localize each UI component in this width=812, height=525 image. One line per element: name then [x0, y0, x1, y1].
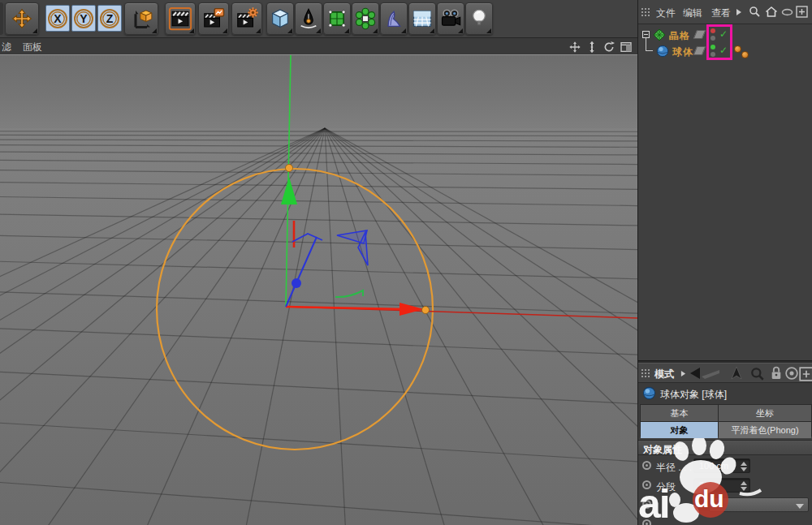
phong-tag-icon[interactable]: [734, 45, 741, 53]
attribute-object-title-row: 球体对象 [球体]: [638, 383, 812, 404]
render-clapperboard-icon: [168, 6, 192, 31]
radius-handle-top[interactable]: [286, 165, 293, 172]
type-dropdown[interactable]: [709, 497, 809, 512]
render-picture-viewer-button[interactable]: [198, 2, 229, 35]
render-to-picture-viewer-icon: [201, 6, 226, 31]
subdivision-surface-button[interactable]: [323, 2, 351, 35]
cloner-array-button[interactable]: [352, 2, 379, 35]
add-cube-button[interactable]: [266, 2, 294, 35]
move-icon: [11, 8, 32, 29]
pan-icon[interactable]: [568, 41, 581, 54]
dropdown-arrow-icon: [796, 504, 804, 509]
property-row-partial: [638, 516, 812, 525]
render-view-button[interactable]: [165, 2, 196, 35]
floor-environment-button[interactable]: [408, 2, 436, 35]
coordinate-axes-icon: [130, 7, 153, 30]
viewport-nav-controls: [568, 41, 633, 54]
om-menu-edit[interactable]: 编辑: [683, 6, 702, 20]
lock-icon[interactable]: [769, 366, 784, 381]
search-icon[interactable]: [750, 367, 765, 381]
rotate-icon[interactable]: [603, 41, 615, 54]
panel-grip-icon[interactable]: [641, 7, 650, 17]
zoom-icon[interactable]: [585, 41, 598, 54]
add-panel-icon[interactable]: [796, 6, 808, 18]
object-manager-tree: 晶格 ✓ 球体 ✓: [638, 24, 812, 360]
add-panel-icon[interactable]: [799, 367, 812, 381]
axis-y-label: Y: [72, 6, 95, 31]
viewport-menubar: 滤 面板: [0, 38, 637, 55]
stepper-control[interactable]: [741, 461, 747, 472]
property-label: 半径 . . .: [656, 461, 692, 475]
stepper-control[interactable]: [741, 480, 747, 492]
pen-spline-button[interactable]: [295, 2, 322, 35]
cloner-flower-icon: [354, 7, 377, 30]
viewport-menu-filter[interactable]: 滤: [2, 41, 11, 54]
camera-button[interactable]: [437, 2, 464, 35]
key-radio-icon[interactable]: [642, 519, 651, 525]
tab-object[interactable]: 对象: [641, 422, 718, 438]
menu-more-arrow-icon[interactable]: [736, 8, 742, 16]
maximize-icon[interactable]: [620, 41, 633, 54]
layer-icon[interactable]: [693, 30, 706, 39]
tree-connector: [646, 38, 653, 51]
annotation-highlight-box: [706, 24, 732, 60]
radius-value[interactable]: 100 cm: [699, 461, 728, 471]
viewport-scene: [0, 55, 637, 525]
key-radio-icon[interactable]: [642, 480, 651, 489]
axis-z-label: Z: [98, 6, 121, 31]
lattice-object-icon: [653, 28, 666, 41]
radius-handle-right[interactable]: [422, 307, 430, 314]
segments-value[interactable]: 24: [699, 480, 709, 490]
property-row-segments: 分段 24: [638, 477, 812, 495]
sphere-object-icon: [656, 45, 669, 58]
coordinate-system-button[interactable]: [124, 2, 158, 35]
z-axis-handle[interactable]: [292, 278, 301, 288]
property-row-type: [638, 497, 812, 514]
axis-z-button[interactable]: Z: [97, 5, 122, 32]
tab-phong[interactable]: 平滑着色(Phong): [719, 422, 811, 438]
object-name[interactable]: 球体: [672, 45, 693, 59]
search-icon[interactable]: [749, 6, 761, 18]
attribute-object-title: 球体对象 [球体]: [660, 388, 727, 402]
key-radio-icon[interactable]: [642, 461, 651, 470]
eye-icon[interactable]: [781, 7, 793, 17]
sphere-object-icon: [642, 386, 656, 400]
right-panel: 文件 编辑 查看 晶格 ✓: [637, 0, 812, 525]
material-tag-icon[interactable]: [741, 51, 749, 58]
axis-x-button[interactable]: X: [45, 5, 70, 32]
camera-icon: [439, 7, 462, 30]
move-tool-button[interactable]: [5, 2, 39, 35]
floor-sky-icon: [411, 7, 434, 30]
radius-input[interactable]: 100 cm: [693, 458, 750, 473]
object-properties-header[interactable]: 对象属性: [638, 440, 812, 455]
tab-basic[interactable]: 基本: [641, 405, 718, 421]
target-icon[interactable]: [784, 366, 799, 381]
mode-arrow-icon[interactable]: [680, 370, 686, 377]
render-settings-button[interactable]: [231, 2, 262, 35]
mode-menu[interactable]: 模式: [654, 368, 674, 381]
attribute-manager-menubar: 模式: [638, 364, 812, 383]
segments-input[interactable]: 24: [693, 478, 750, 493]
axis-y-button[interactable]: Y: [71, 5, 96, 32]
bend-deformer-icon: [382, 7, 405, 30]
object-name[interactable]: 晶格: [669, 29, 690, 43]
om-menu-file[interactable]: 文件: [656, 6, 676, 20]
expand-toggle-icon[interactable]: [642, 31, 650, 38]
viewport-menu-panel[interactable]: 面板: [23, 41, 42, 54]
attribute-tabs: 基本 坐标 对象 平滑着色(Phong): [640, 404, 812, 437]
panel-grip-icon[interactable]: [641, 368, 650, 378]
home-icon[interactable]: [765, 6, 778, 18]
key-radio-icon[interactable]: [642, 500, 651, 509]
om-menu-view[interactable]: 查看: [711, 6, 731, 20]
tab-coordinates[interactable]: 坐标: [719, 405, 811, 421]
viewport-canvas[interactable]: [0, 55, 637, 525]
up-cursor-icon[interactable]: [729, 366, 744, 381]
light-button[interactable]: [465, 2, 493, 35]
history-back-icon[interactable]: [689, 366, 721, 381]
cube-primitive-icon: [269, 7, 292, 30]
render-settings-gear-icon: [235, 6, 259, 31]
layer-icon[interactable]: [693, 46, 706, 55]
object-manager-menubar: 文件 编辑 查看: [638, 0, 812, 24]
pen-tool-icon: [297, 7, 320, 30]
deformer-button[interactable]: [380, 2, 408, 35]
